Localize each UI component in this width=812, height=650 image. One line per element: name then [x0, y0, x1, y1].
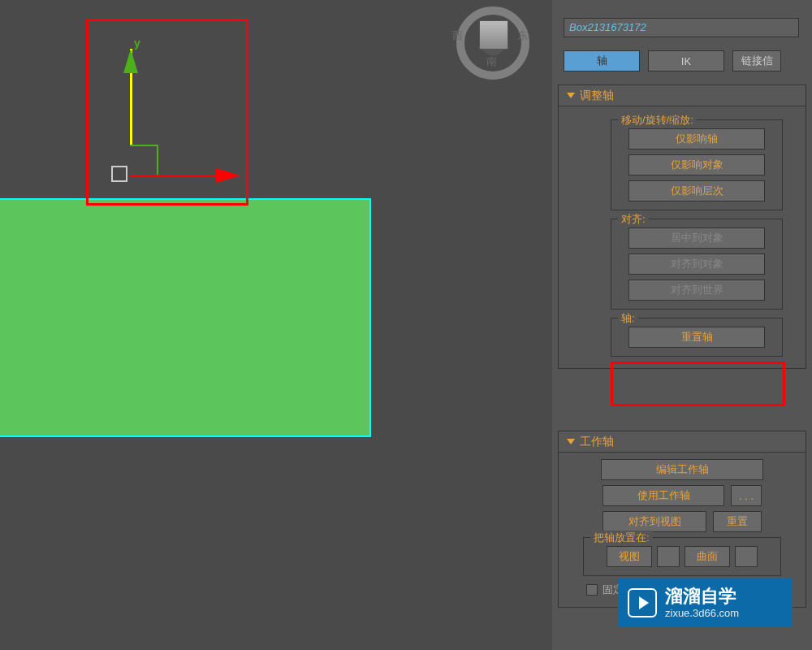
affect-object-only-button[interactable]: 仅影响对象	[628, 154, 765, 176]
selected-object-box[interactable]	[0, 198, 371, 437]
command-panel: Box2131673172 轴 IK 链接信 调整轴 移动/旋转/缩放: 仅影响…	[552, 0, 812, 650]
group-label-move: 移动/旋转/缩放:	[618, 113, 697, 128]
viewcube[interactable]: 南 东 西	[456, 6, 529, 80]
group-alignment: 对齐: 居中到对象 对齐到对象 对齐到世界	[611, 219, 783, 310]
affect-pivot-only-button[interactable]: 仅影响轴	[628, 128, 765, 150]
watermark-subtitle: zixue.3d66.com	[665, 607, 739, 619]
group-move-rotate-scale: 移动/旋转/缩放: 仅影响轴 仅影响对象 仅影响层次	[611, 119, 783, 210]
gizmo-x-arrowhead[interactable]	[216, 168, 240, 183]
place-view-button[interactable]: 视图	[607, 546, 652, 567]
working-pivot-more-button[interactable]: . . .	[731, 485, 762, 506]
object-name-field[interactable]: Box2131673172	[564, 18, 799, 37]
checkbox-icon[interactable]	[586, 584, 598, 596]
affect-hierarchy-only-button[interactable]: 仅影响层次	[628, 180, 765, 202]
collapse-icon	[567, 439, 575, 444]
place-blank2-button[interactable]	[735, 546, 758, 567]
place-blank1-button[interactable]	[657, 546, 680, 567]
rollout-adjust-pivot: 调整轴 移动/旋转/缩放: 仅影响轴 仅影响对象 仅影响层次 对齐: 居中到对象…	[558, 84, 806, 369]
align-to-object-button[interactable]: 对齐到对象	[628, 254, 765, 275]
rollout-header-working-pivot[interactable]: 工作轴	[559, 431, 806, 453]
viewcube-west-label: 西	[452, 28, 463, 43]
gizmo-y-arrowhead[interactable]	[123, 49, 138, 73]
tab-pivot[interactable]: 轴	[564, 50, 640, 72]
viewcube-east-label: 东	[517, 28, 528, 43]
edit-working-pivot-button[interactable]: 编辑工作轴	[601, 459, 763, 480]
viewcube-south-label: 南	[486, 54, 497, 69]
group-label-place: 把轴放置在:	[590, 531, 653, 545]
group-pivot: 轴: 重置轴	[611, 318, 783, 357]
align-to-world-button[interactable]: 对齐到世界	[628, 280, 765, 301]
viewcube-top-face[interactable]	[479, 20, 508, 50]
rollout-title: 调整轴	[580, 89, 614, 103]
place-surface-button[interactable]: 曲面	[685, 546, 730, 567]
use-working-pivot-button[interactable]: 使用工作轴	[603, 485, 724, 506]
gizmo-screen-plane[interactable]	[111, 166, 127, 182]
gizmo-y-label: y	[134, 37, 140, 50]
reset-working-pivot-button[interactable]: 重置	[713, 511, 762, 532]
center-to-object-button[interactable]: 居中到对象	[628, 228, 765, 249]
hierarchy-tabs: 轴 IK 链接信	[564, 50, 781, 72]
group-label-axis: 轴:	[618, 311, 638, 326]
reset-pivot-button[interactable]: 重置轴	[628, 327, 765, 348]
collapse-icon	[567, 93, 575, 98]
group-label-align: 对齐:	[618, 212, 649, 227]
viewport[interactable]: y 南 东 西	[0, 0, 552, 650]
gizmo-x-axis[interactable]	[130, 175, 221, 176]
play-icon	[628, 588, 657, 618]
rollout-header-adjust-pivot[interactable]: 调整轴	[559, 85, 806, 106]
align-to-view-button[interactable]: 对齐到视图	[603, 511, 706, 532]
tab-ik[interactable]: IK	[648, 50, 724, 72]
gizmo-xy-plane[interactable]	[130, 145, 158, 175]
watermark-title: 溜溜自学	[665, 587, 739, 606]
rollout-title: 工作轴	[580, 435, 614, 449]
tab-link-info[interactable]: 链接信	[732, 50, 781, 72]
group-place-pivot: 把轴放置在: 视图 曲面	[583, 537, 781, 576]
watermark: 溜溜自学 zixue.3d66.com	[618, 578, 793, 627]
